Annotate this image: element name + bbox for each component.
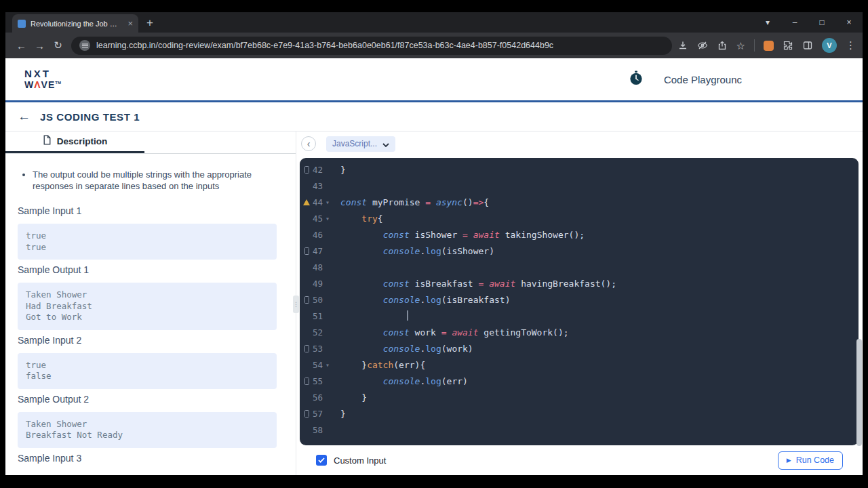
code-line[interactable]: 56 } — [300, 389, 859, 405]
code-line[interactable]: 55 console.log(err) — [300, 373, 859, 389]
custom-input-checkbox[interactable] — [316, 455, 327, 466]
fold-toggle-icon[interactable]: ▾ — [323, 199, 333, 206]
description-tab-label: Description — [57, 136, 107, 146]
code-text: const isShower = await takingShower(); — [333, 230, 585, 240]
code-line[interactable]: 53 console.log(work) — [300, 340, 859, 357]
line-number[interactable]: 55 — [311, 376, 323, 386]
maximize-button[interactable]: □ — [808, 18, 835, 27]
code-line[interactable]: 44▾const myPromise = async()=>{ — [300, 194, 859, 210]
code-line[interactable]: 54▾ }catch(err){ — [300, 357, 859, 373]
code-playground-label: Code Playgrounc — [664, 74, 742, 85]
language-select[interactable]: JavaScript... — [326, 136, 395, 152]
tab-close-icon[interactable]: × — [127, 19, 133, 28]
run-code-label: Run Code — [796, 455, 834, 465]
back-to-tests-icon[interactable]: ← — [18, 109, 31, 124]
line-number[interactable]: 46 — [311, 230, 323, 240]
line-number[interactable]: 48 — [311, 262, 323, 272]
page-scrollbar[interactable] — [856, 339, 862, 446]
gutter-marker-icon — [302, 345, 311, 352]
site-settings-icon[interactable] — [79, 40, 90, 51]
line-number[interactable]: 43 — [311, 181, 323, 191]
download-icon[interactable] — [677, 40, 688, 51]
code-line[interactable]: 45▾ try{ — [300, 210, 859, 226]
code-text: try{ — [333, 214, 383, 224]
code-line[interactable]: 48 — [300, 259, 859, 275]
line-number[interactable]: 58 — [311, 425, 323, 435]
address-bar[interactable]: learning.ccbp.in/coding-review/exam/bf7e… — [71, 37, 672, 55]
code-line[interactable]: 50 console.log(isBreakfast) — [300, 291, 859, 308]
code-text: const work = await gettingToWork(); — [333, 327, 569, 338]
logo-text-bottom: WΛVETM — [24, 80, 61, 90]
panel-resize-handle[interactable]: ⋮ — [293, 296, 299, 313]
description-tabbar: Description — [5, 131, 296, 154]
code-line[interactable]: 52 const work = await gettingToWork(); — [300, 324, 859, 340]
sample-code-box: Taken Shower Had Breakfast Got to Work — [18, 283, 277, 330]
profile-avatar[interactable]: V — [822, 38, 837, 53]
sample-section-label: Sample Output 2 — [18, 394, 281, 405]
eye-off-icon[interactable] — [697, 40, 708, 51]
tab-title: Revolutionizing the Job Market — [31, 20, 123, 28]
line-number[interactable]: 50 — [311, 295, 323, 305]
line-number[interactable]: 56 — [311, 392, 323, 403]
line-number[interactable]: 47 — [311, 246, 323, 256]
code-line[interactable]: 43 — [300, 178, 859, 194]
line-number[interactable]: 52 — [311, 327, 323, 338]
code-line[interactable]: 51 — [300, 308, 859, 324]
test-title: JS CODING TEST 1 — [40, 111, 140, 123]
code-line[interactable]: 42} — [300, 161, 859, 178]
code-text: console.log(isShower) — [333, 246, 494, 256]
back-icon[interactable]: ← — [12, 40, 31, 52]
line-number[interactable]: 51 — [311, 311, 323, 321]
code-line[interactable]: 49 const isBreakfast = await havingBreak… — [300, 275, 859, 291]
editor-panel: ‹ JavaScript... 42}4344▾const myPromise … — [296, 131, 863, 475]
toolbar-actions: ☆ V ⋮ — [677, 38, 856, 53]
code-line[interactable]: 57} — [300, 405, 859, 422]
collapse-panel-button[interactable]: ‹ — [301, 136, 316, 151]
code-lines: 42}4344▾const myPromise = async()=>{45▾ … — [300, 161, 859, 438]
timer-stopwatch-icon — [629, 70, 644, 88]
code-text: console.log(isBreakfast) — [333, 295, 510, 305]
gutter-marker-icon — [302, 296, 311, 304]
forward-icon[interactable]: → — [31, 40, 49, 52]
extension-orange-icon[interactable] — [764, 41, 774, 51]
toolbar-divider — [754, 39, 755, 52]
close-button[interactable]: × — [835, 18, 863, 27]
chevron-down-icon — [382, 138, 389, 150]
run-code-button[interactable]: ▶ Run Code — [778, 451, 843, 470]
description-scroll-area[interactable]: The output could be multiple strings wit… — [5, 154, 296, 475]
code-line[interactable]: 58 — [300, 422, 859, 438]
sample-section-label: Sample Input 3 — [18, 453, 281, 464]
line-number[interactable]: 42 — [311, 165, 323, 175]
line-number[interactable]: 54 — [311, 360, 323, 370]
code-text: } — [333, 165, 346, 175]
fold-toggle-icon[interactable]: ▾ — [323, 215, 333, 222]
code-editor[interactable]: 42}4344▾const myPromise = async()=>{45▾ … — [300, 158, 859, 445]
line-number[interactable]: 57 — [311, 409, 323, 419]
line-number[interactable]: 45 — [311, 214, 323, 224]
line-number[interactable]: 53 — [311, 344, 323, 354]
header-right: Code Playgrounc — [629, 70, 742, 88]
minimize-button[interactable]: – — [781, 18, 808, 27]
code-text: console.log(work) — [333, 344, 473, 354]
chrome-menu-caret-icon[interactable]: ▾ — [754, 18, 781, 27]
browser-menu-icon[interactable]: ⋮ — [846, 39, 856, 52]
sample-section-label: Sample Input 1 — [18, 205, 281, 217]
bookmark-star-icon[interactable]: ☆ — [736, 41, 745, 51]
share-icon[interactable] — [717, 40, 728, 51]
editor-footer: Custom Input ▶ Run Code — [300, 445, 859, 475]
line-number[interactable]: 49 — [311, 279, 323, 289]
document-icon — [43, 135, 52, 148]
browser-tab[interactable]: Revolutionizing the Job Market × — [12, 14, 138, 33]
fold-toggle-icon[interactable]: ▾ — [323, 361, 333, 369]
extensions-puzzle-icon[interactable] — [783, 40, 793, 51]
line-number[interactable]: 44 — [311, 197, 323, 207]
side-panel-icon[interactable] — [802, 40, 813, 51]
code-line[interactable]: 46 const isShower = await takingShower()… — [300, 226, 859, 243]
code-line[interactable]: 47 console.log(isShower) — [300, 243, 859, 259]
nxtwave-logo[interactable]: NXT WΛVETM — [24, 68, 61, 90]
new-tab-button[interactable]: + — [146, 16, 153, 30]
tab-description[interactable]: Description — [5, 131, 144, 153]
reload-icon[interactable]: ↻ — [49, 39, 67, 52]
code-text: const myPromise = async()=>{ — [333, 197, 489, 207]
text-cursor — [407, 310, 408, 321]
